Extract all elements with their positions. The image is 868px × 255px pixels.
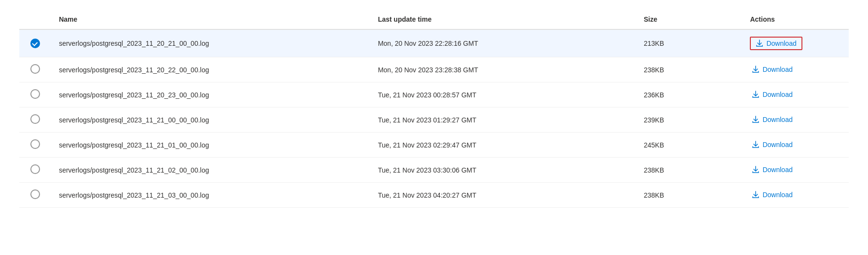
row-last-update-time: Tue, 21 Nov 2023 03:30:06 GMT — [370, 158, 636, 183]
row-filename: serverlogs/postgresql_2023_11_20_21_00_0… — [51, 29, 370, 57]
download-button[interactable]: Download — [750, 190, 794, 200]
row-checkbox[interactable] — [30, 114, 40, 124]
table-header-row: Name Last update time Size Actions — [19, 10, 849, 29]
log-files-table-container: Name Last update time Size Actions serve… — [0, 0, 868, 217]
row-last-update-time: Mon, 20 Nov 2023 23:28:38 GMT — [370, 57, 636, 82]
time-column-header: Last update time — [370, 10, 636, 29]
download-button[interactable]: Download — [750, 90, 794, 99]
row-last-update-time: Tue, 21 Nov 2023 02:29:47 GMT — [370, 133, 636, 158]
download-icon — [752, 141, 760, 148]
row-filename: serverlogs/postgresql_2023_11_21_00_00_0… — [51, 107, 370, 133]
download-button[interactable]: Download — [750, 115, 794, 124]
download-button[interactable]: Download — [750, 37, 802, 50]
table-row: serverlogs/postgresql_2023_11_20_22_00_0… — [19, 57, 849, 82]
download-icon — [756, 40, 763, 47]
download-label: Download — [762, 66, 792, 73]
download-button[interactable]: Download — [750, 65, 794, 74]
row-checkbox[interactable] — [30, 139, 40, 149]
row-checkbox-cell — [19, 82, 51, 107]
row-actions-cell: Download — [742, 133, 849, 158]
download-icon — [752, 116, 760, 123]
table-row: serverlogs/postgresql_2023_11_20_21_00_0… — [19, 29, 849, 57]
table-row: serverlogs/postgresql_2023_11_20_23_00_0… — [19, 82, 849, 107]
table-row: serverlogs/postgresql_2023_11_21_00_00_0… — [19, 107, 849, 133]
download-label: Download — [762, 141, 792, 148]
row-filename: serverlogs/postgresql_2023_11_21_01_00_0… — [51, 133, 370, 158]
row-actions-cell: Download — [742, 82, 849, 107]
download-label: Download — [762, 116, 792, 123]
row-filename: serverlogs/postgresql_2023_11_20_23_00_0… — [51, 82, 370, 107]
size-column-header: Size — [636, 10, 743, 29]
row-size: 239KB — [636, 107, 743, 133]
row-size: 238KB — [636, 158, 743, 183]
row-filename: serverlogs/postgresql_2023_11_21_02_00_0… — [51, 158, 370, 183]
row-actions-cell: Download — [742, 107, 849, 133]
row-checkbox[interactable] — [30, 164, 40, 174]
actions-column-header: Actions — [742, 10, 849, 29]
row-filename: serverlogs/postgresql_2023_11_20_22_00_0… — [51, 57, 370, 82]
row-checkbox-cell — [19, 29, 51, 57]
row-checkbox-cell — [19, 158, 51, 183]
row-size: 245KB — [636, 133, 743, 158]
download-label: Download — [762, 166, 792, 174]
row-last-update-time: Tue, 21 Nov 2023 01:29:27 GMT — [370, 107, 636, 133]
row-checkbox-cell — [19, 133, 51, 158]
table-row: serverlogs/postgresql_2023_11_21_01_00_0… — [19, 133, 849, 158]
download-label: Download — [762, 91, 792, 98]
row-checkbox[interactable] — [30, 64, 40, 74]
row-actions-cell: Download — [742, 29, 849, 57]
row-last-update-time: Tue, 21 Nov 2023 00:28:57 GMT — [370, 82, 636, 107]
row-last-update-time: Tue, 21 Nov 2023 04:20:27 GMT — [370, 183, 636, 208]
row-size: 213KB — [636, 29, 743, 57]
download-icon — [752, 91, 760, 98]
row-checkbox-cell — [19, 107, 51, 133]
row-checkbox[interactable] — [30, 189, 40, 199]
log-files-table: Name Last update time Size Actions serve… — [19, 10, 849, 208]
checkbox-column-header — [19, 10, 51, 29]
download-icon — [752, 66, 760, 73]
name-column-header: Name — [51, 10, 370, 29]
row-actions-cell: Download — [742, 57, 849, 82]
download-button[interactable]: Download — [750, 165, 794, 174]
row-checkbox[interactable] — [30, 39, 40, 48]
row-last-update-time: Mon, 20 Nov 2023 22:28:16 GMT — [370, 29, 636, 57]
row-actions-cell: Download — [742, 158, 849, 183]
download-icon — [752, 166, 760, 174]
table-row: serverlogs/postgresql_2023_11_21_03_00_0… — [19, 183, 849, 208]
download-icon — [752, 191, 760, 199]
download-button[interactable]: Download — [750, 140, 794, 149]
download-label: Download — [762, 191, 792, 199]
row-filename: serverlogs/postgresql_2023_11_21_03_00_0… — [51, 183, 370, 208]
row-checkbox[interactable] — [30, 89, 40, 99]
row-checkbox-cell — [19, 57, 51, 82]
table-row: serverlogs/postgresql_2023_11_21_02_00_0… — [19, 158, 849, 183]
row-size: 236KB — [636, 82, 743, 107]
row-size: 238KB — [636, 57, 743, 82]
row-checkbox-cell — [19, 183, 51, 208]
download-label: Download — [766, 40, 796, 47]
row-size: 238KB — [636, 183, 743, 208]
row-actions-cell: Download — [742, 183, 849, 208]
